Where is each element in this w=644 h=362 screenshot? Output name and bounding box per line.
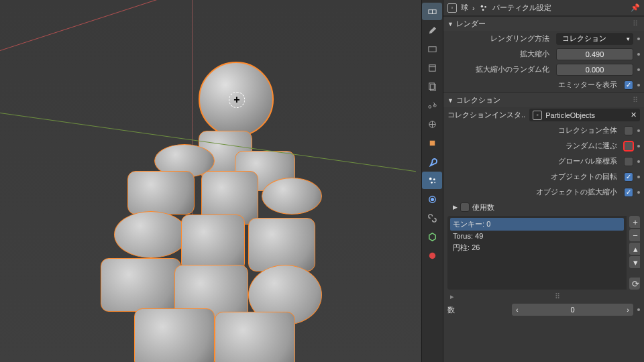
scale-random-field[interactable]: 0.000 <box>556 64 633 76</box>
global-checkbox[interactable] <box>624 157 633 166</box>
whole-label: コレクション全体 <box>447 125 620 135</box>
data-tab[interactable] <box>422 228 442 245</box>
anim-dot[interactable] <box>637 191 640 194</box>
use-count-header[interactable]: ▶ 使用数 <box>443 200 644 215</box>
world-tab[interactable] <box>422 115 442 133</box>
collection-instance-value: ParticleObjects <box>545 111 595 119</box>
chevron-right-icon: › <box>472 4 475 12</box>
use-count-checkbox[interactable] <box>460 202 470 212</box>
panel-breadcrumb: ▫ 球 › パーティクル設定 📌 <box>443 0 644 16</box>
svg-point-11 <box>433 178 435 180</box>
list-item[interactable]: 円柱: 26 <box>453 243 621 253</box>
disclosure-triangle-icon: ▼ <box>447 97 453 104</box>
render-method-label: レンダリング方法 <box>447 34 552 44</box>
drag-dots-icon[interactable]: ⠿ <box>633 96 640 105</box>
whole-row: コレクション全体 <box>443 123 644 138</box>
anim-dot[interactable] <box>637 176 640 178</box>
material-tab[interactable] <box>422 247 442 264</box>
list-side-buttons: + − ▴ ▾ ⟳ <box>627 216 640 290</box>
output-tab[interactable] <box>422 59 442 76</box>
render-section-header[interactable]: ▼ レンダー ⠿ <box>443 16 644 31</box>
mesh-icon: ▫ <box>447 3 457 13</box>
render-method-row: レンダリング方法 コレクション <box>443 31 644 46</box>
svg-point-13 <box>434 182 435 183</box>
particles-icon <box>479 3 488 13</box>
refresh-button[interactable]: ⟳ <box>629 278 640 290</box>
properties-panel: ▫ 球 › パーティクル設定 📌 ▼ レンダー ⠿ レンダリング方法 コレクショ… <box>443 0 644 362</box>
svg-rect-3 <box>429 64 435 70</box>
objscale-label: オブジェクトの拡大縮小 <box>447 187 620 197</box>
rotation-checkbox[interactable] <box>624 172 633 182</box>
collection-instance-row: コレクションインスタ.. ▫ ParticleObjects ✕ <box>443 107 644 123</box>
emitter-sphere[interactable] <box>199 62 274 137</box>
render-tab[interactable] <box>422 40 442 58</box>
collection-section-header[interactable]: ▼ コレクション ⠿ <box>443 93 644 107</box>
emitter-checkbox[interactable] <box>624 80 633 90</box>
svg-point-19 <box>482 9 484 11</box>
anim-dot[interactable] <box>637 145 640 147</box>
tool-tab[interactable] <box>422 21 442 39</box>
objscale-checkbox[interactable] <box>624 188 633 197</box>
rotation-row: オブジェクトの回転 <box>443 169 644 184</box>
whole-checkbox[interactable] <box>624 126 633 135</box>
breadcrumb-particle[interactable]: パーティクル設定 <box>492 3 551 13</box>
viewport-3d[interactable] <box>0 0 421 362</box>
object-tab[interactable] <box>422 134 442 152</box>
collection-icon: ▫ <box>533 111 542 120</box>
list-item[interactable]: モンキー: 0 <box>450 218 624 231</box>
render-method-select[interactable]: コレクション <box>556 33 633 45</box>
disclosure-triangle-icon: ▼ <box>447 21 453 27</box>
count-label: 数 <box>447 305 508 315</box>
section-title: レンダー <box>456 19 486 29</box>
list-item[interactable]: Torus: 49 <box>453 232 621 240</box>
svg-point-15 <box>431 198 433 200</box>
physics-tab[interactable] <box>422 190 442 208</box>
list-body[interactable]: モンキー: 0 Torus: 49 円柱: 26 <box>447 216 627 290</box>
svg-rect-1 <box>432 9 436 13</box>
scene-tab[interactable] <box>422 97 442 114</box>
scale-row: 拡大縮小 0.490 <box>443 46 644 62</box>
anim-dot[interactable] <box>637 68 640 71</box>
pin-icon[interactable]: 📌 <box>631 3 640 12</box>
properties-tabs <box>421 0 443 362</box>
svg-point-12 <box>431 181 433 183</box>
anim-dot[interactable] <box>637 308 640 311</box>
breadcrumb-object[interactable]: 球 <box>461 3 468 13</box>
random-pick-row: ランダムに選ぶ <box>443 138 644 154</box>
add-button[interactable]: + <box>629 216 640 228</box>
constraint-tab[interactable] <box>422 209 442 227</box>
special-tab[interactable] <box>422 3 442 20</box>
svg-rect-2 <box>428 46 435 52</box>
drag-dots-icon[interactable]: ⠿ <box>555 292 560 301</box>
anim-dot[interactable] <box>637 160 640 163</box>
random-pick-label: ランダムに選ぶ <box>447 141 620 151</box>
move-up-button[interactable]: ▴ <box>629 243 640 255</box>
filter-toggle-icon[interactable]: ▸ <box>450 292 454 301</box>
svg-point-17 <box>480 5 483 7</box>
anim-dot[interactable] <box>637 84 640 86</box>
anim-dot[interactable] <box>637 129 640 132</box>
particle-instances <box>101 131 342 359</box>
objscale-row: オブジェクトの拡大縮小 <box>443 184 644 200</box>
drag-dots-icon[interactable]: ⠿ <box>633 19 640 28</box>
viewlayer-tab[interactable] <box>422 78 442 95</box>
particles-tab[interactable] <box>422 172 442 189</box>
clear-icon[interactable]: ✕ <box>631 111 637 119</box>
scale-label: 拡大縮小 <box>447 49 552 59</box>
svg-point-18 <box>484 5 486 7</box>
random-pick-checkbox[interactable] <box>624 141 633 151</box>
scale-random-row: 拡大縮小のランダム化 0.000 <box>443 62 644 77</box>
anim-dot[interactable] <box>637 38 640 40</box>
count-field[interactable]: 0 <box>512 304 633 316</box>
remove-button[interactable]: − <box>629 229 640 241</box>
move-down-button[interactable]: ▾ <box>629 256 640 268</box>
anim-dot[interactable] <box>637 53 640 56</box>
collection-instance-label: コレクションインスタ.. <box>447 110 525 120</box>
modifier-tab[interactable] <box>422 153 442 170</box>
svg-point-6 <box>428 105 431 108</box>
svg-point-16 <box>429 252 435 258</box>
collection-instance-field[interactable]: ▫ ParticleObjects ✕ <box>529 109 640 121</box>
global-label: グローバル座標系 <box>447 156 620 166</box>
scale-field[interactable]: 0.490 <box>556 48 633 60</box>
global-row: グローバル座標系 <box>443 154 644 169</box>
